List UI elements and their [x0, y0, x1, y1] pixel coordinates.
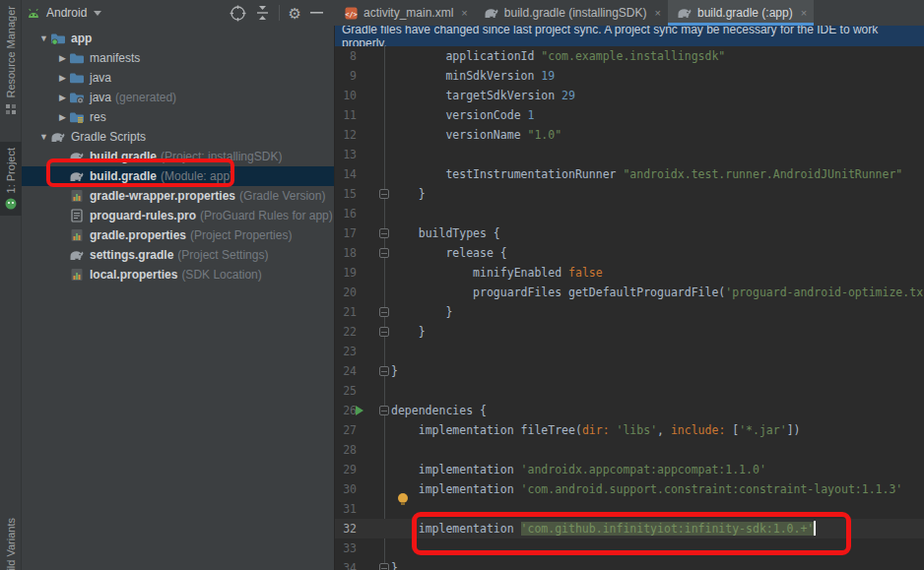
code-editor[interactable]: 8 applicationId "com.example.installings…: [335, 46, 924, 570]
locate-file-icon[interactable]: [230, 5, 246, 22]
chevron-collapsed-icon[interactable]: ▶: [56, 73, 69, 83]
close-tab-icon[interactable]: ×: [655, 7, 661, 19]
editor-line-11[interactable]: 11 versionCode 1: [335, 105, 924, 125]
editor-line-10[interactable]: 10 targetSdkVersion 29: [335, 86, 924, 105]
line-number[interactable]: 13: [339, 145, 357, 164]
line-number[interactable]: 30: [339, 479, 357, 499]
editor-line-8[interactable]: 8 applicationId "com.example.installings…: [335, 46, 924, 66]
line-number[interactable]: 16: [339, 204, 357, 223]
editor-line-24[interactable]: 24}: [335, 361, 924, 381]
fold-end-icon[interactable]: [379, 366, 389, 376]
fold-start-icon[interactable]: [379, 248, 389, 258]
run-gutter-icon[interactable]: [356, 406, 363, 415]
tree-item-res[interactable]: ▶res: [22, 107, 334, 127]
folder-res-icon: [69, 109, 85, 125]
line-number[interactable]: 23: [339, 342, 357, 361]
collapse-all-icon[interactable]: [255, 5, 270, 21]
line-number[interactable]: 14: [339, 164, 357, 184]
line-number[interactable]: 17: [339, 223, 357, 243]
editor-line-19[interactable]: 19 minifyEnabled false: [335, 263, 924, 283]
line-number[interactable]: 22: [339, 322, 357, 342]
line-number[interactable]: 19: [339, 263, 357, 283]
editor-line-12[interactable]: 12 versionName "1.0": [335, 125, 924, 145]
tool-button-resource-manager[interactable]: Resource Manager: [0, 6, 22, 115]
hide-panel-icon[interactable]: [310, 11, 323, 15]
close-tab-icon[interactable]: ×: [801, 7, 807, 19]
editor-line-18[interactable]: 18 release {: [335, 243, 924, 263]
line-number[interactable]: 11: [339, 105, 357, 125]
line-number[interactable]: 24: [339, 361, 357, 381]
tab-build-gradle-installingsdk[interactable]: build.gradle (installingSDK)×: [475, 0, 668, 26]
editor-line-25[interactable]: 25: [335, 381, 924, 401]
fold-end-icon[interactable]: [379, 563, 389, 570]
fold-start-icon[interactable]: [379, 406, 389, 415]
close-tab-icon[interactable]: ×: [461, 7, 467, 19]
code-text: }: [391, 361, 398, 381]
editor-line-22[interactable]: 22 }: [335, 322, 924, 342]
line-number[interactable]: 34: [339, 558, 357, 570]
tab-activity-main-xml[interactable]: </>activity_main.xml×: [335, 0, 475, 26]
tool-button-build-variants[interactable]: Build Variants: [0, 518, 22, 570]
line-number[interactable]: 33: [339, 538, 357, 558]
tree-item-settings-gradle-project-settings[interactable]: settings.gradle(Project Settings): [22, 245, 334, 265]
tree-item-java-generated[interactable]: ▶java(generated): [22, 88, 334, 107]
tab-label: activity_main.xml: [363, 6, 453, 20]
line-number[interactable]: 15: [339, 184, 357, 204]
chevron-expanded-icon[interactable]: ▼: [37, 33, 50, 43]
editor-line-21[interactable]: 21 }: [335, 302, 924, 322]
tree-item-gradle-wrapper-properties-gradle-version[interactable]: gradle-wrapper.properties(Gradle Version…: [22, 186, 334, 206]
code-text: dependencies {: [391, 401, 487, 420]
editor-line-29[interactable]: 29 implementation 'androidx.appcompat:ap…: [335, 460, 924, 479]
line-number[interactable]: 8: [339, 46, 357, 66]
intention-bulb-icon[interactable]: [397, 493, 409, 505]
settings-gear-icon[interactable]: ⚙: [289, 6, 301, 21]
editor-line-17[interactable]: 17 buildTypes {: [335, 223, 924, 243]
chevron-collapsed-icon[interactable]: ▶: [56, 53, 69, 63]
tool-button-project[interactable]: 1: Project: [0, 142, 22, 216]
editor-line-14[interactable]: 14 testInstrumentationRunner "androidx.t…: [335, 164, 924, 184]
view-selector[interactable]: Android: [46, 6, 87, 20]
line-number[interactable]: 18: [339, 243, 357, 263]
line-number[interactable]: 26: [339, 401, 357, 420]
tab-build-gradle-app[interactable]: build.gradle (:app)×: [668, 0, 814, 26]
line-number[interactable]: 10: [339, 86, 357, 105]
line-number[interactable]: 25: [339, 381, 357, 401]
line-number[interactable]: 20: [339, 283, 357, 302]
tree-item-local-properties-sdk-location[interactable]: local.properties(SDK Location): [22, 265, 334, 285]
chevron-expanded-icon[interactable]: ▼: [37, 132, 50, 142]
editor-line-20[interactable]: 20 proguardFiles getDefaultProguardFile(…: [335, 283, 924, 302]
tree-item-gradle-scripts[interactable]: ▼Gradle Scripts: [22, 127, 334, 147]
editor-line-13[interactable]: 13: [335, 145, 924, 164]
line-number[interactable]: 31: [339, 499, 357, 519]
line-number[interactable]: 21: [339, 302, 357, 322]
line-number[interactable]: 28: [339, 440, 357, 460]
chevron-collapsed-icon[interactable]: ▶: [56, 93, 69, 102]
editor-line-26[interactable]: 26dependencies {: [335, 401, 924, 420]
line-number[interactable]: 12: [339, 125, 357, 145]
editor-line-15[interactable]: 15 }: [335, 184, 924, 204]
line-number[interactable]: 29: [339, 460, 357, 479]
chevron-collapsed-icon[interactable]: ▶: [56, 112, 69, 122]
editor-line-23[interactable]: 23: [335, 342, 924, 361]
tree-item-manifests[interactable]: ▶manifests: [22, 48, 334, 68]
tree-item-annotation: (Gradle Version): [239, 189, 325, 203]
project-panel-header: Android ⚙: [22, 0, 335, 26]
line-number[interactable]: 9: [339, 66, 357, 86]
editor-line-28[interactable]: 28: [335, 440, 924, 460]
line-number[interactable]: 32: [339, 519, 357, 538]
fold-start-icon[interactable]: [379, 228, 389, 238]
fold-end-icon[interactable]: [379, 307, 389, 317]
fold-end-icon[interactable]: [379, 189, 389, 199]
editor-line-34[interactable]: 34}: [335, 558, 924, 570]
tree-item-proguard-rules-pro-proguard-rules-for-app[interactable]: proguard-rules.pro(ProGuard Rules for ap…: [22, 206, 334, 225]
tree-item-gradle-properties-project-properties[interactable]: gradle.properties(Project Properties): [22, 225, 334, 245]
editor-line-16[interactable]: 16: [335, 204, 924, 223]
tree-item-app[interactable]: ▼app: [22, 29, 334, 48]
tree-item-java[interactable]: ▶java: [22, 68, 334, 88]
editor-line-27[interactable]: 27 implementation fileTree(dir: 'libs', …: [335, 420, 924, 440]
chevron-down-icon[interactable]: [94, 11, 101, 16]
editor-line-9[interactable]: 9 minSdkVersion 19: [335, 66, 924, 86]
fold-end-icon[interactable]: [379, 327, 389, 337]
line-number[interactable]: 27: [339, 420, 357, 440]
editor-line-30[interactable]: 30 implementation 'com.android.support.c…: [335, 479, 924, 499]
